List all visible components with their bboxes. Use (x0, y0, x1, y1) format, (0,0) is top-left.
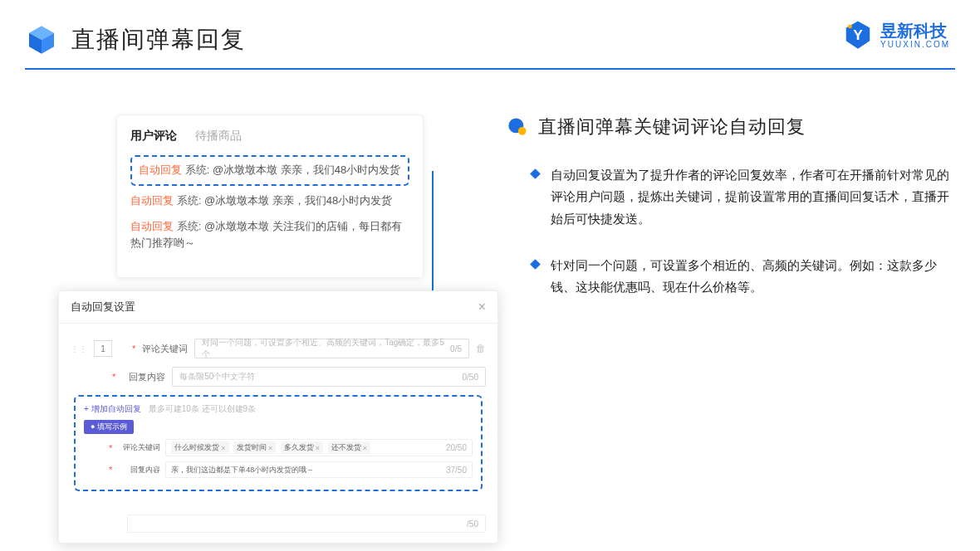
section-title: 直播间弹幕关键词评论自动回复 (538, 115, 806, 139)
content-label: 回复内容 (122, 371, 165, 383)
add-hint: 最多可建10条 还可以创建9条 (149, 404, 256, 413)
add-auto-reply-link[interactable]: + 增加自动回复 (84, 404, 141, 413)
svg-point-4 (848, 25, 852, 29)
bullet-item: 自动回复设置为了提升作者的评论回复效率，作者可在开播前针对常见的评论用户问题，提… (507, 164, 955, 230)
tab-pending-products[interactable]: 待播商品 (195, 129, 242, 144)
close-icon[interactable]: × (478, 300, 486, 315)
ex-keyword-counter: 20/50 (446, 443, 467, 452)
ex-keyword-label: 评论关键词 (117, 442, 160, 453)
highlighted-comment: 自动回复 系统: @冰墩墩本墩 亲亲，我们48小时内发货 (130, 155, 409, 186)
brand-name-cn: 昱新科技 (880, 22, 950, 39)
diamond-bullet-icon (530, 168, 541, 179)
ex-content-value: 亲，我们这边都是下单48小时内发货的哦～ (171, 465, 314, 475)
comment-text: @冰墩墩本墩 亲亲，我们48小时内发货 (213, 163, 400, 176)
tag-remove-icon[interactable]: × (268, 444, 272, 452)
ex-content-label: 回复内容 (117, 465, 160, 475)
cube-icon (25, 23, 58, 56)
brand-logo-block: Y 昱新科技 YUUXIN.COM (842, 20, 950, 51)
truncated-counter: /50 (467, 519, 478, 529)
keyword-counter: 0/5 (450, 344, 462, 354)
keyword-input[interactable]: 对同一个问题，可设置多个相近、高频的关键词，Tag确定，最多5个 0/5 (194, 339, 469, 358)
required-dot: * (109, 443, 112, 453)
content-placeholder: 每条限50个中文字符 (179, 371, 255, 383)
example-badge: ● 填写示例 (84, 420, 134, 434)
content-counter: 0/50 (463, 373, 478, 382)
ex-content-input[interactable]: 亲，我们这边都是下单48小时内发货的哦～ 37/50 (165, 461, 473, 478)
example-highlight-box: + 增加自动回复 最多可建10条 还可以创建9条 ● 填写示例 * 评论关键词 … (74, 395, 483, 491)
truncated-input[interactable]: /50 (127, 514, 486, 533)
system-label: 系统: (185, 163, 210, 176)
modal-title: 自动回复设置 (71, 300, 135, 315)
content-input[interactable]: 每条限50个中文字符 0/50 (172, 367, 486, 387)
diamond-bullet-icon (530, 259, 541, 270)
drag-handle-icon[interactable]: ⋮⋮ (71, 344, 87, 354)
keyword-placeholder: 对同一个问题，可设置多个相近、高频的关键词，Tag确定，最多5个 (202, 337, 450, 360)
tab-user-comments[interactable]: 用户评论 (130, 129, 177, 144)
tag-remove-icon[interactable]: × (221, 444, 225, 452)
keyword-tag[interactable]: 多久发货× (281, 441, 323, 454)
keyword-tag[interactable]: 什么时候发货× (171, 441, 228, 454)
bullet-text: 针对同一个问题，可设置多个相近的、高频的关键词。例如：这款多少钱、这块能优惠吗、… (551, 255, 955, 299)
keyword-label: 评论关键词 (142, 343, 188, 355)
tag-remove-icon[interactable]: × (316, 444, 320, 452)
rule-number: 1 (94, 340, 112, 357)
comment-text: @冰墩墩本墩 亲亲，我们48小时内发货 (204, 194, 392, 207)
comment-row: 自动回复 系统: @冰墩墩本墩 亲亲，我们48小时内发货 (130, 193, 409, 210)
comment-row: 自动回复 系统: @冰墩墩本墩 关注我们的店铺，每日都有热门推荐哟～ (130, 218, 409, 253)
svg-point-6 (518, 127, 527, 135)
auto-reply-label: 自动回复 (130, 220, 174, 232)
auto-reply-label: 自动回复 (130, 194, 174, 207)
keyword-tag[interactable]: 还不发货× (328, 441, 370, 454)
system-label: 系统: (177, 220, 202, 232)
auto-reply-settings-modal: 自动回复设置 × ⋮⋮ 1 * 评论关键词 对同一个问题，可设置多个相近、高频的… (58, 290, 498, 544)
bullet-text: 自动回复设置为了提升作者的评论回复效率，作者可在开播前针对常见的评论用户问题，提… (551, 164, 955, 230)
bullet-item: 针对同一个问题，可设置多个相近的、高频的关键词。例如：这款多少钱、这块能优惠吗、… (507, 255, 955, 299)
required-dot: * (109, 465, 112, 475)
ex-keyword-input[interactable]: 什么时候发货× 发货时间× 多久发货× 还不发货× 20/50 (165, 439, 473, 456)
delete-icon[interactable]: 🗑 (476, 343, 486, 354)
chat-bubble-icon (507, 116, 528, 138)
page-title: 直播间弹幕回复 (71, 24, 246, 56)
comments-card: 用户评论 待播商品 自动回复 系统: @冰墩墩本墩 亲亲，我们48小时内发货 自… (116, 115, 424, 278)
brand-name-en: YUUXIN.COM (880, 41, 950, 49)
brand-logo-icon: Y (842, 20, 874, 51)
auto-reply-label: 自动回复 (139, 163, 182, 176)
system-label: 系统: (177, 194, 202, 207)
required-dot: * (132, 344, 135, 354)
required-dot: * (112, 372, 115, 382)
keyword-tag[interactable]: 发货时间× (233, 441, 276, 454)
ex-content-counter: 37/50 (446, 466, 467, 475)
comment-row: 自动回复 系统: @冰墩墩本墩 亲亲，我们48小时内发货 (139, 162, 401, 179)
tag-remove-icon[interactable]: × (363, 444, 367, 452)
svg-text:Y: Y (853, 27, 863, 43)
